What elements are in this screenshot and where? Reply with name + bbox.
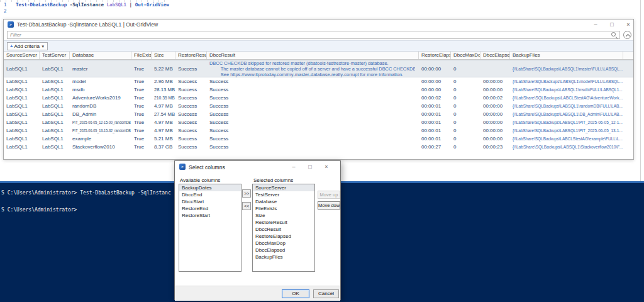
out-gridview-window: > Test-DbaLastBackup -SqlInstance LabSQL… [3, 19, 634, 160]
table-row[interactable]: LabSQL1LabSQL1msdbTrue28.13 MBSuccessSuc… [4, 86, 633, 94]
move-left-button[interactable]: << [242, 202, 251, 210]
column-header-testserver[interactable]: TestServer [40, 52, 70, 59]
selected-item-sourceserver[interactable]: SourceServer [253, 184, 314, 191]
column-header-database[interactable]: Database [70, 52, 131, 59]
cell-size: 4.97 MB [152, 103, 175, 109]
selected-item-size[interactable]: Size [253, 212, 314, 219]
cell-restoreresult: Success [175, 95, 207, 101]
move-up-button[interactable]: Move up [318, 191, 340, 199]
add-criteria-button[interactable]: + Add criteria ▼ [7, 42, 48, 50]
dialog-footer: OK Cancel [175, 286, 340, 301]
available-item-dbccstart[interactable]: DbccStart [179, 198, 241, 205]
cell-sourceserver: LabSQL1 [4, 128, 40, 133]
table-row[interactable]: LabSQL1LabSQL1PIT_2025-06-05_12-15-00_ra… [4, 118, 633, 126]
column-header-dbccresult[interactable]: DbccResult [207, 52, 419, 59]
column-header-restoreresult[interactable]: RestoreResult [175, 52, 207, 59]
selected-item-database[interactable]: Database [253, 198, 314, 205]
cell-restoreelapsed: 00:00:27 [419, 144, 451, 150]
cell-fileexists: True [131, 120, 152, 125]
code-argument: LabSQL1 [104, 2, 126, 8]
cell-size: 8.37 GB [152, 144, 175, 150]
console-prompt-line-2: S C:\Users\Administrator> [1, 207, 77, 213]
cell-testserver: LabSQL1 [40, 66, 70, 72]
column-header-size[interactable]: Size [152, 52, 175, 59]
cancel-button[interactable]: Cancel [313, 289, 339, 298]
column-header-dbccmaxdop[interactable]: DbccMaxDop [451, 52, 480, 59]
selected-item-dbccresult[interactable]: DbccResult [253, 226, 314, 233]
grid-body: LabSQL1LabSQL1masterTrue5.22 MBSuccessDB… [4, 60, 633, 151]
cell-restoreresult: Success [175, 128, 207, 133]
selected-columns-list[interactable]: SourceServerTestServerDatabaseFileExists… [252, 184, 315, 272]
table-row[interactable]: LabSQL1LabSQL1randomDBTrue4.97 MBSuccess… [4, 102, 633, 110]
code-line-1[interactable]: Test-DbaLastBackup -SqlInstance LabSQL1 … [16, 2, 169, 8]
column-header-restoreelapsed[interactable]: RestoreElapsed [419, 52, 451, 59]
cell-backupfiles: {\\LabShare\SQLBackups\LABSQL1\PIT_2025-… [510, 128, 623, 133]
cell-dbccmaxdop: 0 [451, 103, 480, 109]
results-grid: SourceServerTestServerDatabaseFileExists… [4, 52, 633, 151]
add-criteria-label: Add criteria [14, 43, 39, 49]
selected-item-testserver[interactable]: TestServer [253, 191, 314, 198]
table-row[interactable]: LabSQL1LabSQL1modelTrue2.96 MBSuccessSuc… [4, 77, 633, 86]
available-columns-list[interactable]: BackupDatesDbccEndDbccStartRestoreEndRes… [179, 184, 242, 272]
cell-database: Stackoverflow2010 [70, 144, 131, 150]
cell-dbccelapsed [480, 66, 510, 72]
available-item-dbccend[interactable]: DbccEnd [179, 191, 241, 198]
ok-button[interactable]: OK [282, 289, 309, 298]
cell-dbccmaxdop: 0 [451, 79, 480, 84]
cell-restoreresult: Success [175, 87, 207, 92]
cell-database: PIT_2025-06-05_13-15-32_randomDB [70, 128, 131, 133]
cell-database: randomDB [70, 103, 131, 109]
selected-item-restoreresult[interactable]: RestoreResult [253, 219, 314, 226]
script-editor-pane[interactable]: 1 2 Test-DbaLastBackup -SqlInstance LabS… [0, 0, 644, 18]
move-right-button[interactable]: >> [242, 189, 251, 198]
available-item-restorestart[interactable]: RestoreStart [179, 212, 241, 219]
selected-item-fileexists[interactable]: FileExists [253, 205, 314, 212]
cell-restoreresult: Success [175, 136, 207, 142]
cell-dbccresult: Success [207, 79, 419, 84]
maximize-button[interactable]: □ [605, 20, 619, 29]
column-header-sourceserver[interactable]: SourceServer [4, 52, 40, 59]
column-header-dbccelapsed[interactable]: DbccElapsed [480, 52, 510, 59]
selected-item-backupfiles[interactable]: BackupFiles [253, 254, 314, 260]
cell-fileexists: True [131, 66, 152, 72]
move-down-button[interactable]: Move down [318, 201, 340, 210]
close-button[interactable]: × [621, 20, 635, 29]
cell-restoreresult: Success [175, 79, 207, 84]
available-item-backupdates[interactable]: BackupDates [179, 184, 241, 191]
cell-dbccresult: Success [207, 120, 419, 125]
selected-item-restoreelapsed[interactable]: RestoreElapsed [253, 233, 314, 240]
cell-dbccresult: Success [207, 95, 419, 101]
minimize-button[interactable]: – [589, 20, 602, 29]
cell-size: 27.54 MB [152, 111, 175, 117]
table-row[interactable]: LabSQL1LabSQL1Stackoverflow2010True8.37 … [4, 143, 633, 151]
cell-testserver: LabSQL1 [40, 103, 70, 109]
selected-item-dbccmaxdop[interactable]: DbccMaxDop [253, 240, 314, 247]
column-header-fileexists[interactable]: FileExists [131, 52, 152, 59]
close-button[interactable]: × [319, 162, 333, 171]
selected-item-dbccelapsed[interactable]: DbccElapsed [253, 247, 314, 254]
collapse-chevron-button[interactable] [623, 31, 631, 39]
table-row[interactable]: LabSQL1LabSQL1exampleTrue5.21 MBSuccessS… [4, 135, 633, 143]
table-row[interactable]: LabSQL1LabSQL1masterTrue5.22 MBSuccessDB… [4, 60, 633, 77]
cell-testserver: LabSQL1 [40, 87, 70, 92]
cell-restoreresult: Success [175, 120, 207, 125]
cell-backupfiles: {\\LabShare\SQLBackups\LABCLStestAG\exam… [510, 136, 623, 142]
cell-dbccelapsed: 00:00:00 [480, 136, 510, 142]
screen: 1 2 Test-DbaLastBackup -SqlInstance LabS… [0, 0, 644, 302]
column-header-backupfiles[interactable]: BackupFiles [510, 52, 623, 59]
cell-dbccmaxdop: 0 [451, 87, 480, 92]
table-row[interactable]: LabSQL1LabSQL1AdventureWorks2019True210.… [4, 94, 633, 102]
filter-input[interactable] [7, 31, 620, 39]
table-row[interactable]: LabSQL1LabSQL1DB_AdminTrue27.54 MBSucces… [4, 110, 633, 118]
table-row[interactable]: LabSQL1LabSQL1PIT_2025-06-05_13-15-32_ra… [4, 126, 633, 135]
gridview-titlebar[interactable]: > Test-DbaLastBackup -SqlInstance LabSQL… [4, 20, 633, 30]
dialog-titlebar[interactable]: > Select columns – □ × [175, 161, 340, 173]
search-icon [611, 32, 616, 36]
cell-backupfiles: {\\LabShare\SQLBackups\LABSQL1\msdb\FULL… [510, 87, 623, 92]
cell-testserver: LabSQL1 [40, 111, 70, 117]
available-item-restoreend[interactable]: RestoreEnd [179, 205, 241, 212]
cell-dbccmaxdop: 0 [451, 95, 480, 101]
minimize-button[interactable]: – [287, 162, 301, 171]
dbcc-skipped-note: DBCC CHECKDB skipped for restored master… [209, 60, 419, 77]
maximize-button[interactable]: □ [303, 162, 317, 171]
